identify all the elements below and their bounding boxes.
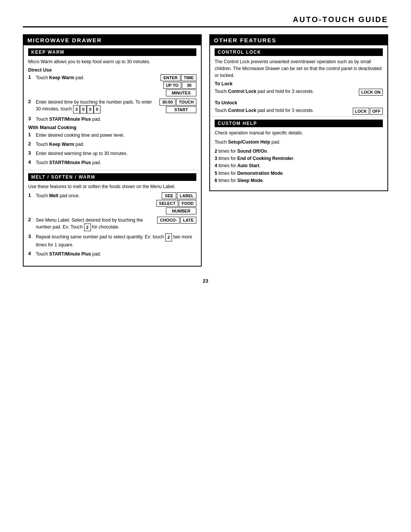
- step-text: Touch START/Minute Plus pad.: [36, 116, 196, 123]
- list-item: 6 times for Sleep Mode.: [215, 177, 383, 184]
- display-lock-on: LOCK ON: [359, 89, 383, 96]
- keep-warm-desc: Micro Warm allows you to keep food warm …: [28, 58, 196, 65]
- manual-step-4: 4 Touch START/Minute Plus pad.: [28, 159, 196, 166]
- display-enter: ENTER: [161, 74, 180, 81]
- other-features-title: OTHER FEATURES: [214, 37, 276, 43]
- display-number: NUMBER: [166, 208, 196, 214]
- lock-on-display: LOCK ON: [359, 89, 383, 96]
- page-title: AUTO-TOUCH GUIDE: [23, 15, 388, 27]
- display-3000: 30:00: [159, 99, 175, 105]
- display-start: START: [166, 106, 196, 113]
- display-food: FOOD: [179, 200, 196, 207]
- control-lock-title: CONTROL LOCK: [218, 50, 261, 55]
- kbd-2a: 2: [84, 224, 91, 232]
- keep-warm-header: KEEP WARM: [28, 48, 196, 56]
- melt-soften-title: MELT / SOFTEN / WARM: [31, 174, 95, 180]
- step-num: 1: [28, 132, 34, 137]
- step-num: 1: [28, 74, 34, 80]
- display-minutes: MINUTES: [166, 89, 196, 96]
- custom-help-title: CUSTOM HELP: [218, 121, 257, 126]
- to-lock-heading: To Lock: [215, 81, 383, 86]
- display-time: TIME: [181, 74, 196, 81]
- manual-step-1: 1 Enter desired cooking time and power l…: [28, 132, 196, 139]
- custom-help-subsection: CUSTOM HELP Check operation manual for s…: [210, 117, 387, 186]
- step-text: Touch Melt pad once.: [36, 192, 152, 199]
- display-see: SEE: [162, 192, 176, 199]
- other-features-header: OTHER FEATURES: [210, 35, 387, 45]
- step-num: 2: [28, 99, 34, 104]
- display-choco: CHOCO-: [157, 217, 180, 224]
- step-num: 3: [28, 233, 34, 239]
- step-text: See Menu Label. Select desired food by t…: [36, 217, 153, 232]
- display-off: OFF: [370, 108, 383, 115]
- manual-step-2: 2 Touch Keep Warm pad.: [28, 141, 196, 148]
- melt-soften-desc: Use these features to melt or soften the…: [28, 183, 196, 190]
- to-lock-text: Touch Control Lock pad and hold for 3 se…: [215, 88, 354, 95]
- keep-warm-step-1: 1 Touch Keep Warm pad. ENTER TIME UP TO …: [28, 74, 196, 96]
- page-number: 23: [23, 278, 388, 284]
- display-touch: TOUCH: [176, 99, 196, 105]
- control-lock-header: CONTROL LOCK: [215, 48, 383, 56]
- custom-help-header: CUSTOM HELP: [215, 120, 383, 127]
- control-lock-subsection: CONTROL LOCK The Control Lock prevents u…: [210, 45, 387, 117]
- step-text: Enter desired time by touching the numbe…: [36, 99, 155, 113]
- step-num: 3: [28, 116, 34, 121]
- manual-step-3: 3 Enter desired warming time up to 30 mi…: [28, 150, 196, 157]
- keep-warm-subsection: KEEP WARM Micro Warm allows you to keep …: [24, 45, 201, 170]
- list-item: 3 times for End of Cooking Reminder.: [215, 155, 383, 162]
- list-item: 4 times for Auto Start.: [215, 162, 383, 169]
- control-lock-desc: The Control Lock prevents unwanted oven/…: [215, 58, 383, 79]
- melt-display-1: SEE LABEL SELECT FOOD NUMBER: [156, 192, 196, 214]
- display-30: 30: [182, 82, 196, 89]
- keep-warm-display-2: 30:00 TOUCH START: [159, 99, 196, 113]
- display-lock: LOCK: [353, 108, 369, 115]
- keep-warm-step-2: 2 Enter desired time by touching the num…: [28, 99, 196, 113]
- to-unlock-heading: To Unlock: [215, 100, 383, 105]
- to-unlock-text: Touch Control Lock pad and hold for 3 se…: [215, 107, 347, 114]
- list-item: 5 times for Demonstration Mode.: [215, 170, 383, 177]
- kbd-0c: 0: [94, 105, 100, 113]
- melt-step-2: 2 See Menu Label. Select desired food by…: [28, 217, 196, 232]
- step-text: Enter desired warming time up to 30 minu…: [36, 150, 196, 157]
- step-num: 4: [28, 159, 34, 165]
- lock-off-display: LOCK OFF: [353, 108, 383, 115]
- melt-soften-header: MELT / SOFTEN / WARM: [28, 173, 196, 181]
- display-late: LATE: [180, 217, 196, 224]
- custom-help-intro: Touch Setup/Custom Help pad.: [215, 139, 383, 145]
- other-features-section: OTHER FEATURES CONTROL LOCK The Control …: [209, 34, 388, 191]
- kbd-0a: 0: [80, 105, 87, 113]
- step-text: Repeat touching same number pad to selec…: [36, 233, 196, 248]
- microwave-drawer-header: MICROWAVE DRAWER: [24, 35, 201, 45]
- step-num: 4: [28, 251, 34, 256]
- kbd-2b: 2: [165, 233, 172, 241]
- kbd-0b: 0: [87, 105, 94, 113]
- step-text: Touch START/Minute Plus pad.: [36, 251, 196, 257]
- to-lock-row: Touch Control Lock pad and hold for 3 se…: [215, 88, 383, 96]
- kbd-3: 3: [73, 105, 80, 113]
- step-num: 2: [28, 141, 34, 147]
- melt-display-2: CHOCO- LATE: [157, 217, 196, 224]
- to-unlock-row: Touch Control Lock pad and hold for 3 se…: [215, 107, 383, 115]
- microwave-drawer-title: MICROWAVE DRAWER: [27, 37, 102, 43]
- microwave-drawer-section: MICROWAVE DRAWER KEEP WARM Micro Warm al…: [23, 34, 202, 267]
- display-upto: UP TO: [163, 82, 181, 89]
- melt-soften-subsection: MELT / SOFTEN / WARM Use these features …: [24, 170, 201, 261]
- step-text: Touch START/Minute Plus pad.: [36, 159, 196, 166]
- custom-help-desc: Check operation manual for specific deta…: [215, 129, 383, 136]
- melt-step-3: 3 Repeat touching same number pad to sel…: [28, 233, 196, 248]
- step-text: Touch Keep Warm pad.: [36, 74, 156, 81]
- direct-use-heading: Direct Use: [28, 67, 196, 73]
- keep-warm-display-1: ENTER TIME UP TO 30 MINUTES: [161, 74, 196, 96]
- display-label: LABEL: [177, 192, 196, 199]
- step-text: Enter desired cooking time and power lev…: [36, 132, 196, 139]
- manual-cooking-heading: With Manual Cooking: [28, 125, 196, 130]
- step-num: 3: [28, 150, 34, 156]
- melt-step-4: 4 Touch START/Minute Plus pad.: [28, 251, 196, 257]
- step-num: 2: [28, 217, 34, 222]
- display-select: SELECT: [156, 200, 178, 207]
- list-item: 2 times for Sound Off/On.: [215, 148, 383, 155]
- melt-step-1: 1 Touch Melt pad once. SEE LABEL SELECT …: [28, 192, 196, 214]
- keep-warm-step-3: 3 Touch START/Minute Plus pad.: [28, 116, 196, 123]
- step-num: 1: [28, 192, 34, 198]
- custom-help-list: 2 times for Sound Off/On. 3 times for En…: [215, 148, 383, 184]
